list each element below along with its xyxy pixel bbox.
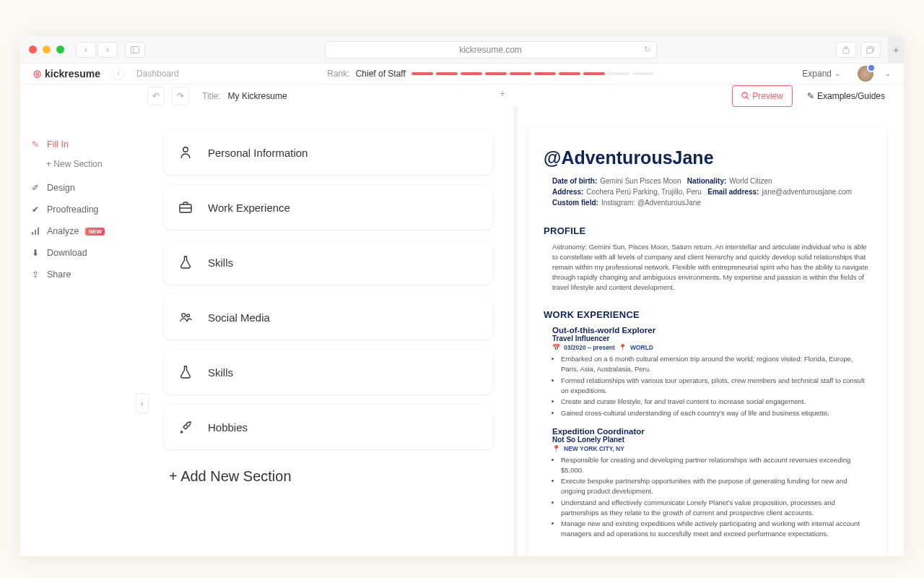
sidebar-item-label: Design [47,183,75,193]
undo-button[interactable]: ↶ [147,87,165,105]
svg-rect-4 [867,48,873,53]
svg-point-13 [182,314,186,317]
editor-toolbar: ↶ ↷ Title: My Kickresume + Preview ✎ Exa… [20,85,904,108]
redo-button[interactable]: ↷ [172,87,189,105]
section-card-skills[interactable]: Skills [163,350,493,394]
preview-button[interactable]: Preview [732,85,793,107]
sidebar-item-label: Share [47,269,71,280]
resume-job: Out-of-this-world ExplorerTravel Influen… [544,326,871,418]
svg-rect-8 [35,230,36,235]
sidebar-item-fill-in[interactable]: ✎ Fill In [30,134,136,155]
title-label: Title: [202,91,221,101]
rank-value: Chief of Staff [356,69,406,79]
share-icon: ⇪ [30,269,40,280]
section-label: Hobbies [208,421,248,434]
rank-label: Rank: [327,69,349,79]
svg-rect-0 [131,46,139,53]
sidebar-item-analyze[interactable]: Analyze NEW [30,221,136,241]
section-label: Social Media [208,311,270,324]
svg-point-15 [186,425,188,426]
add-new-section-button[interactable]: + Add New Section [163,468,493,485]
resume-section-profile: PROFILE [544,225,871,236]
location-icon: 📍 [619,344,627,351]
sidebar-item-new-section[interactable]: + New Section [30,156,136,176]
svg-point-5 [742,92,747,98]
rank-indicator: Rank: Chief of Staff [327,69,654,79]
resume-profile-text: Astronomy: Gemini Sun, Pisces Moon, Satu… [552,242,871,292]
chevron-down-icon: ⌄ [834,69,840,77]
section-card-social-media[interactable]: Social Media [163,295,493,340]
rank-progress [411,72,654,75]
calendar-icon: 📅 [552,344,560,351]
section-card-work-experience[interactable]: Work Experience [163,185,493,230]
svg-rect-9 [38,228,39,235]
flask-icon [179,256,192,269]
palette-icon: ✐ [30,183,40,193]
forward-button[interactable]: › [97,42,118,58]
editor-panel: Personal InformationWork ExperienceSkill… [136,107,518,556]
resume-meta: Date of birth:Gemini Sun Pisces Moon Nat… [552,176,871,208]
close-window-icon[interactable] [29,46,37,53]
breadcrumb[interactable]: Dashboard [136,69,179,79]
logo-icon: ◎ [33,68,41,79]
proofreading-icon: ✔︎ [30,204,40,215]
back-button[interactable]: ‹ [76,42,96,58]
new-badge: NEW [85,228,105,236]
account-chevron-icon[interactable]: ⌄ [885,69,891,77]
new-tab-button[interactable]: + [888,36,904,64]
maximize-window-icon[interactable] [56,46,64,53]
sidebar-toggle-button[interactable] [125,42,145,58]
address-bar[interactable]: kickresume.com ↻ [325,41,657,59]
section-label: Work Experience [208,202,290,214]
sidebar-item-design[interactable]: ✐ Design [30,178,136,198]
reload-icon[interactable]: ↻ [644,45,650,54]
tabs-button[interactable] [860,42,881,58]
avatar-badge [867,64,876,72]
avatar[interactable] [858,66,873,82]
share-button[interactable] [836,42,856,58]
sidebar-item-share[interactable]: ⇪ Share [30,264,136,285]
section-card-hobbies[interactable]: Hobbies [163,405,493,449]
url-text: kickresume.com [459,45,522,55]
examples-guides-button[interactable]: ✎ Examples/Guides [800,85,892,107]
rocket-icon [179,420,192,434]
location-icon: 📍 [552,445,560,452]
svg-rect-7 [32,232,33,235]
guides-icon: ✎ [807,91,814,101]
svg-line-6 [746,97,749,99]
section-label: Personal Information [208,147,308,159]
document-title[interactable]: My Kickresume [228,91,287,101]
window-controls [29,46,64,53]
briefcase-icon [179,202,192,213]
svg-point-14 [187,314,190,317]
expand-button[interactable]: Expand ⌄ [802,69,840,79]
sidebar-item-label: Fill In [47,139,69,150]
resume-job: Expedition CoordinatorNot So Lonely Plan… [544,427,871,539]
app-logo[interactable]: ◎ kickresume [33,68,100,79]
resume-document: @AdventurousJane Date of birth:Gemini Su… [528,127,886,556]
download-icon: ⬇ [30,248,40,258]
preview-panel: @AdventurousJane Date of birth:Gemini Su… [518,107,904,556]
flask-icon [179,366,192,379]
resume-section-work: WORK EXPERIENCE [544,309,871,320]
sidebar-item-label: Analyze [47,226,79,236]
edit-icon: ✎ [30,139,40,150]
sidebar-item-proofreading[interactable]: ✔︎ Proofreading [30,199,136,220]
breadcrumb-back-button[interactable]: ‹ [112,67,125,80]
logo-text: kickresume [45,68,100,79]
section-label: Skills [208,366,233,379]
search-icon [741,92,749,100]
resume-name: @AdventurousJane [544,147,871,168]
pane-divider-plus-icon[interactable]: + [500,87,505,99]
section-card-skills[interactable]: Skills [163,240,493,285]
section-card-personal-information[interactable]: Personal Information [163,130,493,175]
minimize-window-icon[interactable] [43,46,51,53]
section-label: Skills [208,256,233,269]
sidebar: ✎ Fill In + New Section ✐ Design ✔︎ Proo… [20,107,136,556]
people-icon [179,311,192,323]
sidebar-item-label: Download [47,248,87,258]
sidebar-item-download[interactable]: ⬇ Download [30,243,136,263]
svg-point-10 [183,147,188,152]
sidebar-item-label: Proofreading [47,204,99,215]
person-icon [179,146,192,159]
